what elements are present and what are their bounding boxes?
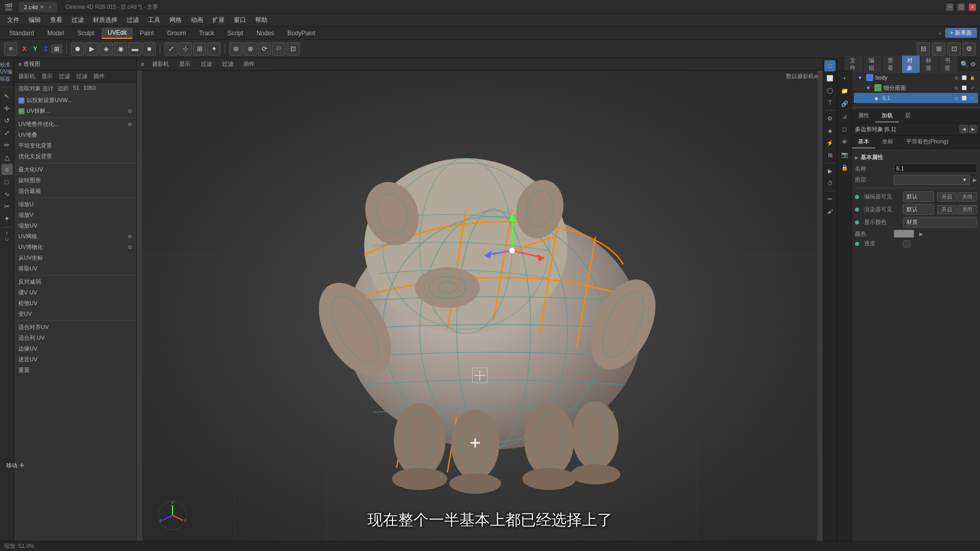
- strip-sphere-icon[interactable]: ◯: [824, 85, 836, 96]
- tree-check-subdiv[interactable]: ✓: [969, 84, 976, 91]
- mode-tab-standard[interactable]: Standard: [3, 28, 40, 38]
- uv-panel-menu-icon[interactable]: ≡: [18, 61, 21, 67]
- toolbar-render2-btn[interactable]: ▶: [85, 42, 99, 56]
- tab-close-icon[interactable]: ✕: [40, 4, 44, 10]
- vp-plugin-menu[interactable]: 插件: [93, 72, 105, 80]
- toolbar-menu-icon[interactable]: ≡: [4, 42, 17, 56]
- prop-editor-open-btn[interactable]: 开启: [937, 192, 957, 202]
- mode-tab-script[interactable]: Script: [222, 28, 250, 38]
- tool-scale[interactable]: ⤢: [2, 127, 13, 138]
- tool-rotate[interactable]: ↺: [2, 115, 13, 126]
- props-tab-layer[interactable]: 层: [899, 110, 917, 122]
- prop-subtab-coords[interactable]: 坐标: [876, 136, 899, 148]
- axis-y-button[interactable]: Y: [30, 44, 40, 54]
- strip-paint-icon[interactable]: 🖌: [824, 206, 836, 217]
- uv-item-stack[interactable]: UV堆叠: [14, 130, 136, 140]
- uv-item-edge-uv[interactable]: 边缘UV: [14, 343, 136, 354]
- mode-tab-bodypaint[interactable]: BodyPaint: [281, 28, 322, 38]
- tab-add-icon[interactable]: +: [48, 3, 52, 11]
- strip-mat-icon[interactable]: ◈: [824, 125, 836, 136]
- rt-select-icon[interactable]: ◻: [839, 123, 850, 135]
- prop-editor-vis-dropdown[interactable]: 默认: [903, 191, 934, 202]
- strip-text-icon[interactable]: T: [824, 97, 836, 108]
- toolbar-layout2-btn[interactable]: ⊞: [932, 42, 945, 56]
- mode-tab-track[interactable]: Track: [193, 28, 220, 38]
- toolbar-layout3-btn[interactable]: ⊡: [947, 42, 961, 56]
- uv-item-rotate-fig[interactable]: 旋转图形: [14, 175, 136, 186]
- uv-item-normalize[interactable]: UV博物化 ⚙: [14, 242, 136, 253]
- prop-render-open-btn[interactable]: 开启: [937, 205, 957, 214]
- strip-anim-icon[interactable]: ▶: [824, 165, 836, 177]
- prop-subtab-phong[interactable]: 平滑着色(Phong): [900, 136, 954, 148]
- rt-folder-icon[interactable]: 📁: [839, 85, 850, 96]
- uv-item-max[interactable]: 最大化UV: [14, 164, 136, 175]
- menu-view[interactable]: 查看: [46, 15, 66, 26]
- rt-add-icon[interactable]: +: [839, 72, 850, 84]
- close-button[interactable]: ✕: [969, 4, 976, 11]
- prop-transparency-checkbox[interactable]: [903, 240, 910, 247]
- axis-all-button[interactable]: ⊞: [51, 44, 62, 54]
- toolbar-uv2-btn[interactable]: ⊗: [243, 42, 257, 56]
- tool-poly[interactable]: △: [2, 152, 13, 163]
- prop-render-close-btn[interactable]: 关闭: [958, 205, 977, 214]
- uv-item-soften-v-uv[interactable]: 缓V UV: [14, 287, 136, 298]
- tree-item-subdiv[interactable]: ▼ 细分面面 ◎ ⬜ ✓: [854, 83, 978, 93]
- title-tab[interactable]: 2.c4d ✕ +: [19, 2, 57, 12]
- strip-cube-icon[interactable]: ⬜: [824, 72, 836, 84]
- tree-lock-body[interactable]: 🔒: [969, 74, 976, 81]
- mode-tab-uvedit[interactable]: UVEdit: [102, 28, 133, 39]
- uv-item-fromcoords[interactable]: 从UV坐标: [14, 253, 136, 263]
- maximize-button[interactable]: □: [958, 4, 965, 11]
- new-workspace-button[interactable]: + 新界面: [945, 28, 977, 38]
- tree-vis-61[interactable]: ◎: [952, 94, 960, 102]
- menu-filter2[interactable]: 过滤: [122, 15, 143, 26]
- tree-check-61[interactable]: ✓: [969, 94, 976, 102]
- toolbar-uv5-btn[interactable]: ⊡: [286, 42, 300, 56]
- prop-layer-dropdown[interactable]: ▾: [894, 175, 970, 185]
- prop-subtab-basic[interactable]: 基本: [852, 136, 875, 148]
- vp-plugin-header[interactable]: 插件: [241, 59, 257, 69]
- strip-obj-icon[interactable]: ⬡: [824, 60, 836, 71]
- tree-render-body[interactable]: ⬜: [961, 74, 968, 81]
- vp-disp-menu[interactable]: 显示: [41, 72, 53, 80]
- toolbar-wire-btn[interactable]: ▬: [128, 42, 141, 56]
- rt-cam-icon[interactable]: 📷: [839, 149, 850, 160]
- props-section-header[interactable]: ▶ 基本属性: [855, 152, 977, 163]
- toolbar-obj-btn[interactable]: ◈: [100, 42, 113, 56]
- toolbar-settings-btn[interactable]: ⚙: [963, 42, 976, 56]
- uv-item-reset[interactable]: U 以投射设置UVW...: [14, 95, 136, 106]
- rt-lock-icon[interactable]: 🔒: [839, 162, 850, 173]
- tool-cut[interactable]: ✂: [2, 201, 13, 212]
- uv-item-optimize[interactable]: UV堆疊件优化... ⚙: [14, 119, 136, 130]
- tree-vis-subdiv[interactable]: ◎: [952, 84, 960, 91]
- strip-time-icon[interactable]: ⏱: [824, 178, 836, 189]
- tool-lasso[interactable]: ∿: [2, 188, 13, 199]
- prop-render-vis-dropdown[interactable]: 默认: [903, 204, 934, 215]
- rt-eye-icon[interactable]: 👁: [839, 136, 850, 147]
- prop-layer-arrow-icon[interactable]: ▶: [973, 177, 977, 183]
- uv-item-weakenV[interactable]: 反对减弱: [14, 277, 136, 287]
- menu-extend[interactable]: 扩展: [208, 15, 229, 26]
- props-tab-load[interactable]: 加载: [875, 110, 899, 122]
- viewport-canvas[interactable]: 数以摄影机⊕ X Y Z 网格间距: 50 cm: [137, 70, 823, 551]
- uv-item-optimize-gear[interactable]: ⚙: [128, 121, 132, 127]
- uv-item-relax[interactable]: 松弛UV: [14, 298, 136, 309]
- add-workspace-icon[interactable]: +: [938, 29, 942, 37]
- strip-node-icon[interactable]: ⊞: [824, 149, 836, 161]
- uv-item-unpack[interactable]: U UV拆解... ⚙: [14, 106, 136, 116]
- uv-item-fit-align-uv[interactable]: 适合对齐UV: [14, 322, 136, 333]
- axis-x-button[interactable]: X: [19, 44, 30, 54]
- uv-item-reset-final[interactable]: 重置: [14, 365, 136, 375]
- tree-item-61[interactable]: ◈ 6.1 ◎ ⬜ ✓: [854, 93, 978, 103]
- menu-filter1[interactable]: 过滤: [67, 15, 88, 26]
- strip-gear-icon[interactable]: ⚙: [824, 113, 836, 124]
- menu-animation[interactable]: 动画: [187, 15, 207, 26]
- uv-item-blend[interactable]: 混合最频: [14, 186, 136, 196]
- rp-search-icon[interactable]: 🔍: [961, 61, 968, 68]
- toolbar-uv3-btn[interactable]: ⟳: [258, 42, 271, 56]
- uv-item-grid-gear[interactable]: ⚙: [128, 234, 132, 239]
- toolbar-render-btn[interactable]: ⏺: [71, 42, 84, 56]
- rt-filter-icon[interactable]: ⊿: [839, 111, 850, 122]
- tree-vis-body[interactable]: ◎: [952, 74, 960, 81]
- uv-item-fit-col-uv[interactable]: 适合列 UV: [14, 333, 136, 343]
